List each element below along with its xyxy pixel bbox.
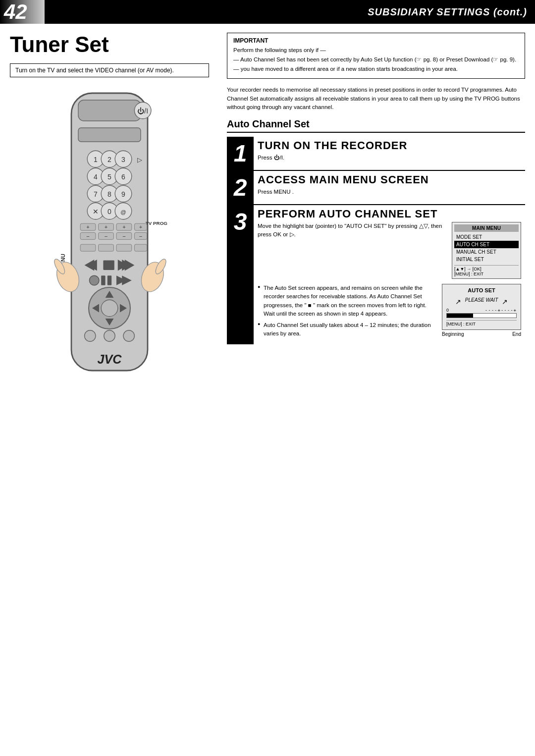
step-2-title: ACCESS MAIN MENU SCREEN	[258, 174, 521, 186]
progress-bar-fill	[447, 314, 473, 318]
svg-text:2: 2	[107, 156, 111, 163]
please-wait-text: PLEASE WAIT	[465, 297, 498, 303]
progress-dashes: ----+----+	[485, 308, 517, 313]
step-1-block: 1 TURN ON THE RECORDER Press ⏻/I.	[227, 137, 525, 171]
step-3-title: PERFORM AUTO CHANNEL SET	[258, 208, 521, 220]
please-wait-arrow2: ↗	[502, 298, 508, 306]
step-3-text: Move the highlight bar (pointer) to "AUT…	[258, 222, 447, 279]
important-item-2: — you have moved to a different area or …	[233, 65, 519, 73]
left-column: Tuner Set Turn on the TV and select the …	[0, 24, 218, 456]
remote-illustration: ⏻/I 1 2 3 ▷ 4 5 6 7	[10, 86, 209, 447]
page-title: Tuner Set	[10, 33, 209, 56]
beginning-label: Beginning	[442, 331, 464, 337]
auto-set-screen-mock: AUTO SET ↗ PLEASE WAIT ↗ 0 ----+----+	[442, 284, 521, 330]
important-label: IMPORTANT	[233, 37, 519, 44]
auto-set-footer: [MENU] : EXIT	[446, 320, 517, 326]
svg-text:✕: ✕	[93, 208, 99, 216]
step-3-content: PERFORM AUTO CHANNEL SET Move the highli…	[254, 205, 525, 344]
header-title-bar: SUBSIDIARY SETTINGS (cont.)	[45, 0, 535, 24]
svg-point-70	[85, 330, 96, 341]
step-3-block: 3 PERFORM AUTO CHANNEL SET Move the high…	[227, 205, 525, 344]
svg-text:7: 7	[94, 190, 98, 198]
svg-text:−: −	[139, 233, 143, 239]
svg-rect-58	[101, 276, 105, 286]
header-title: SUBSIDIARY SETTINGS (cont.)	[368, 6, 527, 18]
auto-set-bullet-1: The Auto Set screen appears, and remains…	[258, 284, 436, 318]
svg-point-72	[123, 330, 134, 341]
svg-rect-50	[134, 245, 147, 252]
svg-text:JVC: JVC	[98, 352, 122, 366]
step-3-number: 3	[227, 205, 254, 344]
subtitle-box: Turn on the TV and select the VIDEO chan…	[10, 63, 209, 77]
svg-text:TV PROG: TV PROG	[146, 220, 167, 226]
svg-text:▷: ▷	[137, 157, 142, 163]
svg-text:3: 3	[121, 156, 125, 163]
svg-point-57	[89, 276, 99, 286]
svg-point-65	[101, 300, 118, 317]
svg-text:0: 0	[107, 208, 111, 216]
svg-rect-53	[103, 261, 114, 270]
page-header: 42 SUBSIDIARY SETTINGS (cont.)	[0, 0, 535, 24]
auto-set-bullet-2: Auto Channel Set usually takes about 4 –…	[258, 321, 436, 338]
step-2-number: 2	[227, 171, 254, 204]
menu-screen-title: MAIN MENU	[454, 224, 519, 232]
step-3-desc: Move the highlight bar (pointer) to "AUT…	[258, 222, 447, 239]
svg-text:−: −	[105, 233, 108, 239]
svg-text:+: +	[139, 224, 143, 230]
svg-text:5: 5	[107, 173, 111, 181]
important-intro: Perform the following steps only if —	[233, 46, 519, 54]
step-3-inner: Move the highlight bar (pointer) to "AUT…	[258, 222, 521, 279]
svg-point-71	[104, 330, 115, 341]
svg-text:8: 8	[107, 190, 111, 198]
progress-bar-wrapper: 0 ----+----+	[446, 308, 517, 318]
svg-text:@: @	[120, 209, 126, 215]
svg-rect-49	[116, 245, 132, 252]
menu-item-initialset: INITIAL SET	[454, 256, 519, 263]
svg-text:⏻/I: ⏻/I	[137, 107, 148, 115]
progress-start-label: 0	[446, 308, 449, 313]
section-heading: Auto Channel Set	[227, 118, 525, 133]
menu-item-autochset: AUTO CH SET	[454, 241, 519, 248]
step-2-desc: Press MENU .	[258, 188, 521, 196]
svg-rect-4	[78, 128, 141, 142]
svg-text:1: 1	[94, 156, 98, 163]
svg-text:4: 4	[94, 173, 98, 181]
svg-text:+: +	[86, 224, 90, 230]
svg-text:+: +	[122, 224, 126, 230]
auto-set-screen-title: AUTO SET	[446, 287, 517, 293]
auto-set-text: The Auto Set screen appears, and remains…	[258, 284, 436, 341]
step-1-title: TURN ON THE RECORDER	[258, 140, 521, 152]
step-1-desc: Press ⏻/I.	[258, 154, 521, 162]
svg-rect-48	[99, 245, 114, 252]
right-column: IMPORTANT Perform the following steps on…	[218, 24, 535, 456]
svg-rect-47	[80, 245, 96, 252]
svg-text:9: 9	[121, 190, 125, 198]
menu-screen-mock: MAIN MENU MODE SET AUTO CH SET MANUAL CH…	[452, 222, 521, 279]
body-text: Your recorder needs to memorise all nece…	[227, 86, 525, 111]
svg-rect-1	[78, 100, 141, 121]
please-wait-arrow: ↗	[455, 298, 461, 306]
page-number: 42	[0, 0, 45, 24]
important-item-1: — Auto Channel Set has not been set corr…	[233, 55, 519, 63]
auto-set-section: The Auto Set screen appears, and remains…	[258, 284, 521, 341]
svg-rect-59	[107, 276, 111, 286]
step-2-content: ACCESS MAIN MENU SCREEN Press MENU .	[254, 171, 525, 204]
svg-text:−: −	[122, 233, 126, 239]
step-2-block: 2 ACCESS MAIN MENU SCREEN Press MENU .	[227, 171, 525, 205]
step-1-number: 1	[227, 137, 254, 170]
progress-bar	[446, 313, 517, 318]
svg-text:−: −	[86, 233, 90, 239]
menu-screen-footer: [▲▼] → [OK][MENU] : EXIT	[454, 265, 519, 276]
menu-item-modeset: MODE SET	[454, 233, 519, 241]
end-label: End	[512, 331, 521, 337]
svg-text:6: 6	[121, 173, 125, 181]
menu-item-manualchset: MANUAL CH SET	[454, 248, 519, 256]
important-box: IMPORTANT Perform the following steps on…	[227, 33, 525, 79]
step-1-content: TURN ON THE RECORDER Press ⏻/I.	[254, 137, 525, 170]
svg-text:+: +	[105, 224, 108, 230]
main-content: Tuner Set Turn on the TV and select the …	[0, 24, 535, 456]
